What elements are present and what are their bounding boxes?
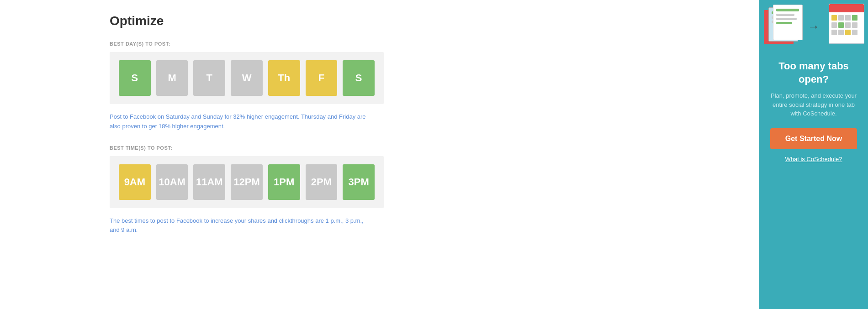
ad-illustration: → bbox=[759, 0, 868, 52]
times-grid: 9AM 10AM 11AM 12PM 1PM 2PM 3PM bbox=[110, 156, 384, 208]
time-tile-1pm: 1PM bbox=[268, 164, 300, 200]
day-tile-sunday: S bbox=[119, 60, 151, 96]
best-days-label: Best Day(s) to Post: bbox=[110, 41, 576, 47]
arrow-icon: → bbox=[808, 19, 820, 33]
best-times-label: Best Time(s) to Post: bbox=[110, 145, 576, 151]
sidebar-ad: → bbox=[759, 0, 868, 309]
days-grid: S M T W Th F S bbox=[110, 52, 384, 104]
time-tile-10am: 10AM bbox=[156, 164, 188, 200]
day-tile-thursday: Th bbox=[268, 60, 300, 96]
time-tile-11am: 11AM bbox=[193, 164, 225, 200]
right-doc bbox=[829, 4, 864, 44]
page-title: Optimize bbox=[110, 14, 576, 28]
ad-headline: Too many tabs open? bbox=[759, 60, 868, 86]
time-tile-12pm: 12PM bbox=[231, 164, 263, 200]
day-tile-tuesday: T bbox=[193, 60, 225, 96]
day-tile-wednesday: W bbox=[231, 60, 263, 96]
best-days-description: Post to Facebook on Saturday and Sunday … bbox=[110, 112, 375, 131]
ad-subtext: Plan, promote, and execute your entire s… bbox=[759, 86, 868, 118]
day-tile-saturday: S bbox=[343, 60, 375, 96]
best-times-section: Best Time(s) to Post: 9AM 10AM 11AM 12PM… bbox=[110, 145, 576, 236]
main-content: Optimize Best Day(s) to Post: S M T W Th… bbox=[0, 0, 594, 309]
day-tile-monday: M bbox=[156, 60, 188, 96]
best-times-description: The best times to post to Facebook to in… bbox=[110, 216, 375, 236]
time-tile-3pm: 3PM bbox=[343, 164, 375, 200]
get-started-button[interactable]: Get Started Now bbox=[770, 128, 857, 149]
time-tile-2pm: 2PM bbox=[306, 164, 338, 200]
best-days-section: Best Day(s) to Post: S M T W Th F S Post… bbox=[110, 41, 576, 131]
what-is-coschedule-link[interactable]: What is CoSchedule? bbox=[785, 156, 842, 162]
day-tile-friday: F bbox=[306, 60, 338, 96]
time-tile-9am: 9AM bbox=[119, 164, 151, 200]
